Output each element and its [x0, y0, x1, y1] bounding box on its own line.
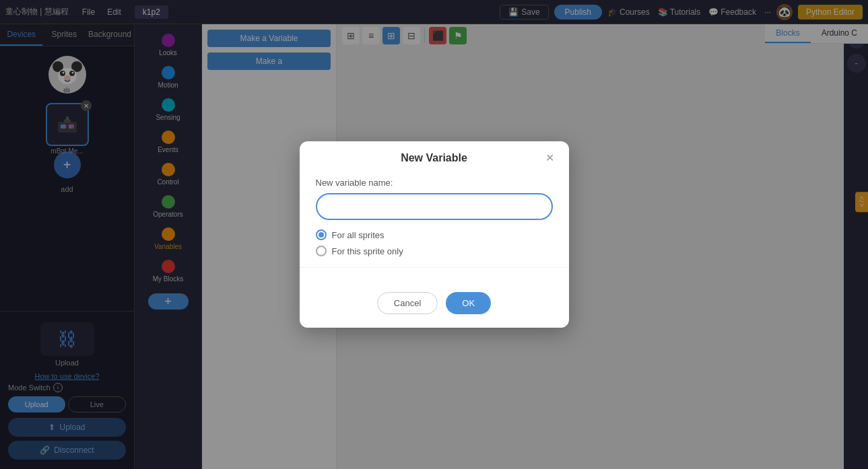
radio-all-sprites[interactable]: For all sprites: [316, 229, 553, 240]
dialog-title: New Variable: [401, 152, 467, 164]
dialog-body: New variable name: For all sprites For t…: [300, 170, 569, 292]
dialog-header: New Variable ✕: [300, 141, 569, 170]
radio-group: For all sprites For this sprite only: [316, 229, 553, 256]
dialog-field-label: New variable name:: [316, 178, 553, 188]
dialog-close-button[interactable]: ✕: [542, 149, 558, 166]
dialog-divider: [300, 267, 569, 268]
ok-button[interactable]: OK: [446, 292, 491, 314]
radio-all-sprites-circle: [316, 229, 327, 240]
close-icon: ✕: [545, 151, 554, 164]
dialog-footer: Cancel OK: [300, 292, 569, 328]
cancel-button[interactable]: Cancel: [377, 292, 438, 314]
radio-this-sprite[interactable]: For this sprite only: [316, 246, 553, 256]
dialog-overlay: New Variable ✕ New variable name: For al…: [0, 0, 868, 469]
new-variable-dialog: New Variable ✕ New variable name: For al…: [300, 141, 569, 328]
variable-name-input[interactable]: [316, 193, 553, 220]
radio-this-sprite-circle: [316, 246, 327, 256]
